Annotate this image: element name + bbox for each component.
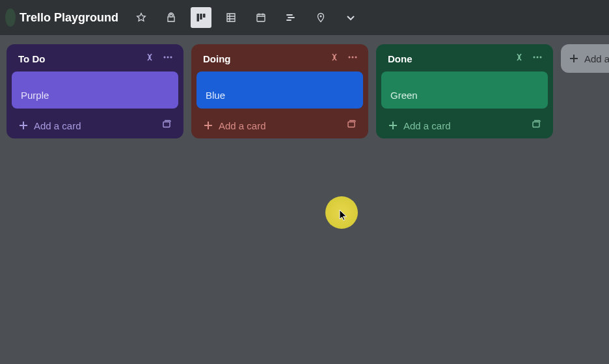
collapse-list-button[interactable] <box>144 52 155 65</box>
collapse-list-button[interactable] <box>329 52 340 65</box>
collapse-icon <box>144 52 155 62</box>
visibility-button[interactable] <box>161 7 182 28</box>
svg-rect-2 <box>203 14 206 18</box>
calendar-icon <box>256 12 266 23</box>
svg-point-6 <box>167 57 169 58</box>
top-bar: Trello Playground <box>0 0 609 35</box>
card-template-button[interactable] <box>161 119 172 132</box>
svg-point-9 <box>349 57 351 58</box>
workspace-logo[interactable] <box>5 8 16 27</box>
svg-point-5 <box>164 57 166 58</box>
table-icon <box>226 12 236 23</box>
collapse-icon <box>329 52 340 62</box>
board-area: To Do Purple Add a card Doing <box>0 35 609 364</box>
svg-point-14 <box>537 57 539 58</box>
add-list-label: Add a <box>584 53 609 64</box>
svg-rect-0 <box>197 14 200 21</box>
more-icon <box>163 52 173 62</box>
plus-icon <box>18 120 29 131</box>
list-header-actions <box>329 52 358 65</box>
board-title[interactable]: Trello Playground <box>20 11 118 25</box>
card-template-button[interactable] <box>531 119 541 132</box>
list-doing: Doing Blue Add a card <box>191 44 368 138</box>
add-list-button[interactable]: Add a <box>561 44 609 73</box>
list-header: To Do <box>12 51 178 72</box>
svg-point-11 <box>355 57 357 58</box>
board-view-icon <box>196 12 206 23</box>
list-header-actions <box>144 52 173 65</box>
list-footer: Add a card <box>381 114 548 133</box>
more-views-button[interactable] <box>340 7 361 28</box>
collapse-icon <box>514 52 524 62</box>
star-icon <box>136 12 146 23</box>
list-title[interactable]: Done <box>388 53 413 64</box>
list-header-actions <box>514 52 543 65</box>
chevron-down-icon <box>345 12 356 23</box>
svg-point-7 <box>170 57 172 58</box>
svg-rect-1 <box>200 14 202 20</box>
svg-point-10 <box>352 57 354 58</box>
timeline-view-button[interactable] <box>280 7 301 28</box>
more-icon <box>532 52 543 62</box>
card-green[interactable]: Green <box>381 72 548 109</box>
card-purple[interactable]: Purple <box>12 72 178 109</box>
card-template-button[interactable] <box>346 119 357 132</box>
calendar-view-button[interactable] <box>250 7 271 28</box>
svg-point-13 <box>534 57 535 58</box>
list-done: Done Green Add a card <box>376 44 553 138</box>
plus-icon <box>203 120 213 131</box>
template-icon <box>346 119 357 129</box>
svg-rect-3 <box>257 14 265 21</box>
add-card-label: Add a card <box>403 120 451 131</box>
table-view-button[interactable] <box>221 7 241 28</box>
list-menu-button[interactable] <box>163 52 173 65</box>
collapse-list-button[interactable] <box>514 52 524 65</box>
list-header: Doing <box>196 51 363 72</box>
add-card-label: Add a card <box>34 120 81 131</box>
plus-icon <box>569 53 579 64</box>
add-card-button[interactable]: Add a card <box>388 120 451 131</box>
map-view-button[interactable] <box>310 7 331 28</box>
list-title[interactable]: To Do <box>18 53 45 64</box>
list-footer: Add a card <box>12 114 178 133</box>
svg-rect-16 <box>533 122 539 127</box>
card-blue[interactable]: Blue <box>196 72 363 109</box>
svg-rect-8 <box>163 122 170 127</box>
timeline-icon <box>286 12 296 23</box>
board-view-button[interactable] <box>191 7 211 28</box>
template-icon <box>161 119 172 129</box>
list-menu-button[interactable] <box>347 52 358 65</box>
svg-point-15 <box>540 57 542 58</box>
more-icon <box>347 52 358 62</box>
list-menu-button[interactable] <box>532 52 543 65</box>
add-card-label: Add a card <box>219 120 266 131</box>
template-icon <box>531 119 541 129</box>
plus-icon <box>388 120 398 131</box>
lock-icon <box>166 12 176 23</box>
list-title[interactable]: Doing <box>203 53 231 64</box>
star-button[interactable] <box>131 7 152 28</box>
list-todo: To Do Purple Add a card <box>7 44 183 138</box>
list-header: Done <box>381 51 548 72</box>
svg-point-4 <box>320 16 322 18</box>
add-card-button[interactable]: Add a card <box>203 120 266 131</box>
add-card-button[interactable]: Add a card <box>18 120 81 131</box>
location-icon <box>316 12 326 23</box>
list-footer: Add a card <box>196 114 363 133</box>
svg-rect-12 <box>348 122 355 127</box>
